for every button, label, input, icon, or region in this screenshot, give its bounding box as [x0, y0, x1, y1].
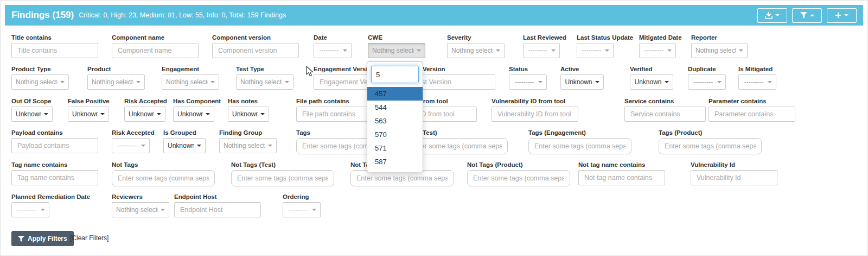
- field-label: Ordering: [283, 193, 321, 200]
- tags-engagement-input[interactable]: [528, 138, 631, 154]
- filter-active: Active Unknown: [560, 66, 604, 90]
- payload-contains-input[interactable]: [11, 138, 98, 153]
- chevron-down-icon: [595, 81, 599, 83]
- filter-reviewers: Reviewers Nothing selected: [112, 193, 169, 217]
- active-select[interactable]: Unknown: [560, 74, 604, 90]
- select-value: Unknown: [232, 110, 258, 118]
- select-value: Unknown: [634, 78, 662, 86]
- vulnerability-id-input[interactable]: [691, 170, 777, 185]
- verified-select[interactable]: Unknown: [630, 74, 673, 90]
- filter-parameter-contains: Parameter contains: [709, 98, 795, 122]
- tags-product-input[interactable]: [659, 138, 762, 154]
- filter-not-tags-product: Not Tags (Product): [467, 161, 570, 186]
- filter-false-positive: False Positive Unknown: [68, 98, 109, 122]
- filter-button[interactable]: [792, 8, 822, 23]
- field-label: Out Of Scope: [11, 98, 53, 104]
- filter-test-type: Test Type Nothing selected: [236, 66, 293, 90]
- select-value: Nothing selected: [451, 47, 493, 54]
- filter-planned-remediation-date: Planned Remediation Date ---------: [11, 193, 49, 217]
- product-select[interactable]: Nothing selected: [87, 74, 145, 90]
- filter-not-tag-name-contains: Not tag name contains: [578, 161, 665, 185]
- select-value: Nothing selected: [224, 142, 265, 149]
- add-button[interactable]: [827, 8, 857, 23]
- component-name-input[interactable]: [112, 43, 199, 58]
- filter-is-grouped: Is Grouped Unknown: [163, 129, 206, 153]
- has-notes-select[interactable]: Unknown: [228, 107, 269, 122]
- service-contains-input[interactable]: [624, 107, 706, 122]
- filter-product: Product Nothing selected: [87, 66, 145, 90]
- field-label: Active: [560, 66, 604, 72]
- title-contains-input[interactable]: [11, 43, 98, 58]
- mitigated-date-select[interactable]: ---------: [639, 43, 676, 58]
- chevron-down-icon: [161, 209, 165, 211]
- not-tags-product-input[interactable]: [467, 170, 570, 186]
- component-version-input[interactable]: [212, 43, 299, 58]
- chevron-down-icon: [157, 113, 161, 115]
- is-mitigated-select[interactable]: ---------: [738, 74, 776, 90]
- last-status-update-select[interactable]: ---------: [577, 43, 614, 58]
- duplicate-select[interactable]: ---------: [688, 74, 726, 90]
- planned-remediation-date-select[interactable]: ---------: [11, 202, 49, 217]
- severity-select[interactable]: Nothing selected: [447, 43, 505, 58]
- chevron-down-icon: [775, 14, 780, 16]
- cwe-option[interactable]: 457: [367, 87, 423, 101]
- finding-group-select[interactable]: Nothing selected: [219, 138, 277, 153]
- select-value: ---------: [116, 142, 138, 149]
- risk-accepted-select[interactable]: Unknown: [124, 107, 165, 122]
- select-value: Unknown: [16, 110, 41, 118]
- cwe-option[interactable]: 544: [367, 101, 423, 114]
- cwe-option[interactable]: 587: [367, 155, 423, 168]
- filter-risk-accepted-date: Risk Accepted ---------: [112, 129, 150, 153]
- parameter-contains-input[interactable]: [709, 107, 795, 122]
- download-button[interactable]: [757, 8, 787, 23]
- last-reviewed-select[interactable]: ---------: [523, 43, 560, 58]
- status-select[interactable]: ---------: [509, 74, 547, 90]
- tag-name-contains-input[interactable]: [11, 170, 98, 185]
- out-of-scope-select[interactable]: Unknown: [11, 107, 53, 122]
- chevron-down-icon: [667, 49, 672, 52]
- cwe-search-input[interactable]: [371, 66, 419, 83]
- filter-last-reviewed: Last Reviewed ---------: [523, 34, 560, 58]
- vulnerability-id-from-tool-input[interactable]: [492, 107, 578, 122]
- risk-accepted-date-select[interactable]: ---------: [112, 138, 150, 153]
- field-label: Not Tags: [112, 161, 215, 168]
- reviewers-select[interactable]: Nothing selected: [112, 202, 169, 217]
- select-value: Nothing selected: [372, 47, 414, 54]
- engagement-select[interactable]: Nothing selected: [162, 74, 219, 90]
- field-label: Vulnerability Id: [691, 161, 777, 168]
- has-component-select[interactable]: Unknown: [173, 107, 214, 122]
- is-grouped-select[interactable]: Unknown: [163, 138, 206, 153]
- test-type-select[interactable]: Nothing selected: [236, 74, 293, 90]
- cwe-option[interactable]: 563: [367, 114, 423, 128]
- date-select[interactable]: ---------: [314, 43, 352, 58]
- false-positive-select[interactable]: Unknown: [68, 107, 109, 122]
- apply-filters-button[interactable]: Apply Filters: [11, 231, 74, 246]
- field-label: Service contains: [624, 98, 706, 104]
- field-label: Risk Accepted: [112, 129, 150, 136]
- not-tag-name-contains-input[interactable]: [578, 170, 665, 185]
- reporter-select[interactable]: Nothing selected: [691, 43, 748, 58]
- field-label: Endpoint Host: [174, 193, 261, 200]
- ordering-select[interactable]: ---------: [283, 202, 321, 217]
- not-tags-input[interactable]: [112, 170, 215, 186]
- select-value: ---------: [692, 78, 714, 86]
- plus-icon: [835, 12, 841, 18]
- cwe-option[interactable]: 570: [367, 128, 423, 141]
- filter-product-type: Product Type Nothing selected: [11, 66, 69, 90]
- filter-status: Status ---------: [509, 66, 547, 90]
- select-value: Unknown: [129, 110, 154, 118]
- field-label: Severity: [447, 34, 505, 41]
- cwe-select[interactable]: Nothing selected: [368, 43, 425, 58]
- product-type-select[interactable]: Nothing selected: [11, 74, 69, 90]
- select-value: ---------: [287, 206, 309, 214]
- field-label: Product Type: [11, 66, 69, 72]
- findings-header: Findings (159) Critical: 0, High: 23, Me…: [5, 5, 863, 26]
- endpoint-host-input[interactable]: [174, 202, 261, 217]
- clear-filters-link[interactable]: [Clear Filters]: [70, 234, 108, 242]
- not-tags-test-input[interactable]: [231, 170, 334, 186]
- not-tags-engagement-input[interactable]: [350, 170, 454, 186]
- cwe-dropdown-panel: 457 544 563 570 571 587: [367, 61, 423, 172]
- select-value: Unknown: [168, 142, 194, 149]
- chevron-down-icon: [136, 81, 141, 83]
- cwe-option[interactable]: 571: [367, 141, 423, 155]
